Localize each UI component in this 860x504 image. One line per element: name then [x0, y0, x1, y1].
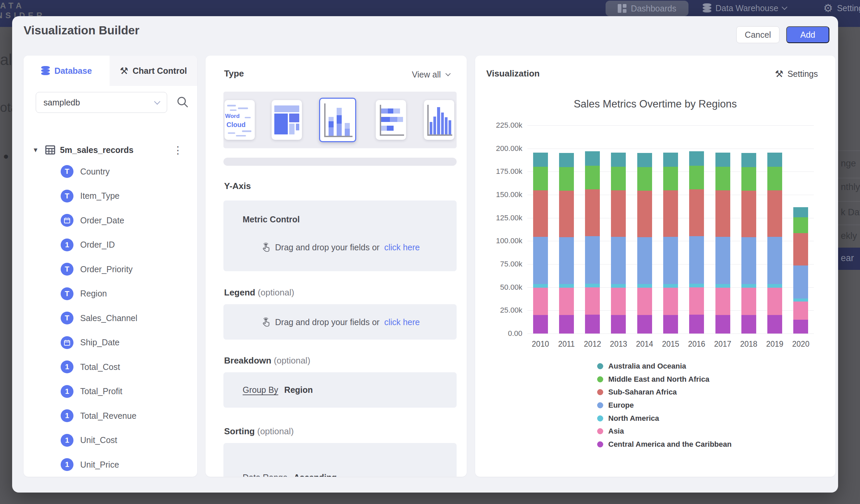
click-here-link[interactable]: click here — [384, 243, 420, 252]
field-row-country[interactable]: TCountry — [24, 159, 197, 184]
bar-segment — [637, 288, 652, 315]
y-tick-label: 75.00k — [475, 260, 522, 269]
bar-2012[interactable] — [585, 151, 600, 333]
y-tick-label: 100.00k — [475, 236, 522, 245]
kebab-menu-icon[interactable]: ⋮ — [173, 144, 183, 156]
data-range-value[interactable]: Ascending — [293, 473, 336, 477]
view-all-dropdown[interactable]: View all — [412, 70, 450, 80]
bar-segment — [741, 315, 756, 333]
bar-2018[interactable] — [741, 153, 756, 333]
chart-type-card-stacked-column[interactable] — [319, 98, 356, 142]
table-icon — [45, 145, 55, 155]
group-by-value[interactable]: Region — [284, 385, 313, 395]
bar-2015[interactable] — [663, 153, 678, 333]
screen: DATA INSIDER Dashboards Data Warehouse ⚙… — [0, 0, 860, 504]
bar-2014[interactable] — [637, 153, 652, 333]
field-row-total_revenue[interactable]: 1Total_Revenue — [24, 404, 197, 428]
legend-label: Europe — [608, 401, 634, 410]
settings-button[interactable]: ⚒ Settings — [775, 68, 818, 80]
field-row-item_type[interactable]: TItem_Type — [24, 184, 197, 208]
bar-2011[interactable] — [559, 153, 574, 333]
tab-database[interactable]: Database — [24, 56, 110, 86]
field-label: Total_Profit — [80, 386, 122, 396]
bar-segment — [611, 315, 626, 333]
nav-settings[interactable]: ⚙ Settings — [823, 0, 860, 16]
bar-segment — [689, 151, 704, 166]
legend-item[interactable]: Asia — [597, 425, 732, 438]
legend-item[interactable]: Europe — [597, 399, 732, 412]
field-row-unit_cost[interactable]: 1Unit_Cost — [24, 428, 197, 453]
chart-type-card-word-cloud[interactable]: WordCloud — [225, 100, 255, 140]
bar-2020[interactable] — [793, 207, 808, 333]
database-select-value: sampledb — [43, 98, 80, 107]
legend-item[interactable]: North America — [597, 412, 732, 425]
legend-item[interactable]: Middle East and North Africa — [597, 373, 732, 386]
menu-divider — [838, 225, 860, 225]
field-label: Ship_Date — [80, 337, 120, 347]
horizontal-scrollbar[interactable] — [224, 158, 457, 166]
legend-item[interactable]: Australia and Oceania — [597, 360, 732, 373]
legend-dropzone[interactable]: Drag and drop your fields or click here — [224, 304, 457, 340]
logo-line1: DATA — [0, 1, 45, 11]
bar-2017[interactable] — [715, 153, 730, 333]
y-tick-label: 125.00k — [475, 214, 522, 222]
text-field-icon: T — [61, 263, 73, 276]
bar-2016[interactable] — [689, 151, 704, 333]
field-row-order_id[interactable]: 1Order_ID — [24, 233, 197, 257]
bar-segment — [689, 315, 704, 333]
nav-dashboards[interactable]: Dashboards — [605, 1, 688, 16]
click-here-link[interactable]: click here — [384, 317, 420, 327]
field-row-unit_price[interactable]: 1Unit_Price — [24, 452, 197, 477]
chart-type-card-column[interactable] — [424, 100, 454, 140]
legend-dot — [597, 428, 603, 434]
chart-type-card-stacked-bar[interactable] — [376, 100, 406, 140]
number-field-icon: 1 — [61, 385, 73, 398]
tools-icon: ⚒ — [775, 68, 784, 80]
legend-item[interactable]: Sub-Saharan Africa — [597, 386, 732, 399]
bar-2013[interactable] — [611, 153, 626, 333]
nav-data-warehouse[interactable]: Data Warehouse — [703, 0, 787, 16]
bar-segment — [637, 167, 652, 190]
field-row-order_date[interactable]: Order_Date — [24, 208, 197, 233]
y-tick-label: 200.00k — [475, 144, 522, 153]
field-row-total_cost[interactable]: 1Total_Cost — [24, 355, 197, 379]
data-range-link[interactable]: Data Range — [243, 473, 287, 477]
chart-type-card-treemap[interactable] — [272, 100, 302, 140]
cancel-button[interactable]: Cancel — [736, 26, 779, 43]
field-row-sales_channel[interactable]: TSales_Channel — [24, 306, 197, 331]
x-tick-label: 2011 — [553, 340, 579, 349]
bar-segment — [533, 284, 548, 288]
field-row-ship_date[interactable]: Ship_Date — [24, 331, 197, 355]
y-tick-label: 50.00k — [475, 283, 522, 292]
search-icon[interactable] — [176, 95, 189, 109]
nav-data-warehouse-label: Data Warehouse — [715, 3, 778, 13]
table-row[interactable]: ▾ 5m_sales_records ⋮ — [24, 141, 197, 159]
caret-down-icon[interactable]: ▾ — [34, 146, 45, 154]
bar-2010[interactable] — [533, 153, 548, 333]
drop-hint-text: Drag and drop your fields or — [275, 243, 379, 252]
x-tick-label: 2020 — [788, 340, 814, 349]
bar-segment — [533, 167, 548, 190]
tab-chart-control[interactable]: ⚒ Chart Control — [110, 56, 197, 86]
drop-hint-text: Drag and drop your fields or — [275, 317, 379, 327]
bar-2019[interactable] — [767, 153, 782, 333]
legend-item[interactable]: Central America and the Caribbean — [597, 438, 732, 451]
bar-segment — [663, 237, 678, 284]
metric-control-dropzone[interactable]: Metric Control Drag and drop your fields… — [224, 200, 457, 271]
group-by-link[interactable]: Group By — [243, 385, 278, 395]
database-select[interactable]: sampledb — [36, 92, 167, 113]
field-row-region[interactable]: TRegion — [24, 282, 197, 306]
gridline — [527, 333, 814, 334]
add-button[interactable]: Add — [786, 26, 829, 43]
bar-segment — [715, 288, 730, 315]
field-label: Sales_Channel — [80, 313, 138, 323]
type-heading: Type — [224, 68, 244, 79]
field-tree: ▾ 5m_sales_records ⋮ TCountryTItem_TypeO… — [24, 141, 197, 477]
field-row-total_profit[interactable]: 1Total_Profit — [24, 379, 197, 404]
bar-segment — [767, 167, 782, 190]
bar-segment — [689, 287, 704, 315]
field-row-order_priority[interactable]: TOrder_Priority — [24, 257, 197, 282]
legend-label: Middle East and North Africa — [608, 375, 710, 384]
modal-title: Visualization Builder — [24, 24, 140, 37]
sorting-heading: Sorting (optional) — [224, 426, 294, 437]
